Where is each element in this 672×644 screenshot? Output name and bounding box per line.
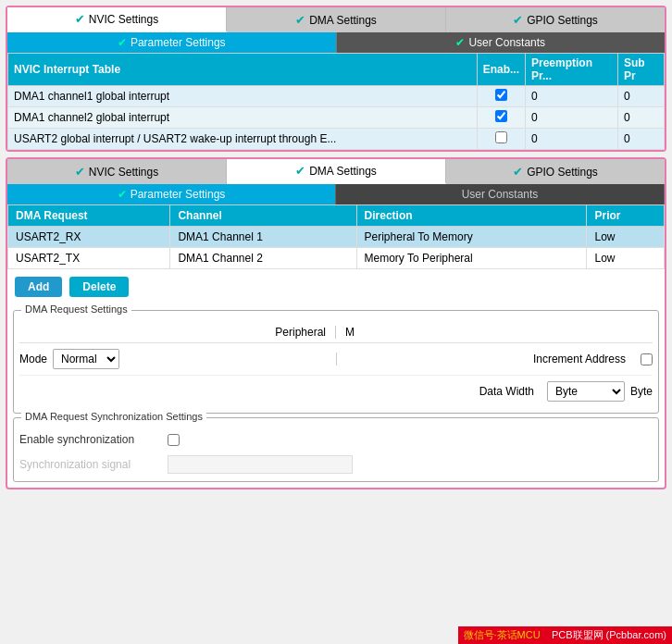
watermark: 微信号·茶话MCU PCB联盟网 (Pcbbar.com) [458, 626, 672, 644]
tab-gpio-settings-1[interactable]: ✔ GPIO Settings [446, 7, 665, 32]
gpio-check-icon-2: ✔ [513, 165, 523, 179]
panel1-tab-bar: ✔ NVIC Settings ✔ DMA Settings ✔ GPIO Se… [7, 7, 665, 32]
increment-address-right: Increment Address [336, 353, 653, 365]
mode-label: Mode [19, 353, 47, 365]
panel2-tab-bar: ✔ NVIC Settings ✔ DMA Settings ✔ GPIO Se… [7, 159, 665, 184]
subtab-user-2[interactable]: User Constants [336, 184, 665, 204]
dma-col-direction: Direction [356, 205, 587, 227]
nvic-row2-checkbox[interactable] [495, 110, 507, 122]
peripheral-label: Peripheral [275, 326, 326, 339]
nvic-col-enable: Enab... [477, 54, 525, 86]
dma-row2-channel: DMA1 Channel 2 [170, 248, 356, 269]
nvic-row1-sub: 0 [618, 86, 665, 107]
tab-nvic-label-1: NVIC Settings [89, 13, 158, 26]
increment-address-label: Increment Address [346, 353, 633, 365]
action-buttons: Add Delete [7, 269, 665, 304]
peripheral-header: Peripheral [19, 326, 336, 339]
tab-dma-label-2: DMA Settings [309, 165, 377, 178]
nvic-row1-checkbox[interactable] [495, 89, 507, 101]
dma-row2-direction: Memory To Peripheral [356, 248, 587, 269]
dma-check-icon-1: ✔ [295, 13, 305, 27]
sync-signal-row: Synchronization signal [19, 453, 653, 476]
tab-dma-settings-1[interactable]: ✔ DMA Settings [227, 7, 446, 32]
dma-row2-request: USART2_TX [8, 248, 170, 269]
gpio-check-icon-1: ✔ [513, 13, 523, 27]
nvic-col-sub: Sub Pr [618, 54, 665, 86]
enable-sync-checkbox[interactable] [168, 434, 180, 446]
data-width-label: Data Width [345, 385, 541, 398]
dma-request-settings-label: DMA Request Settings [21, 303, 131, 315]
memory-header: M [336, 326, 653, 339]
dma-check-icon-2: ✔ [295, 164, 305, 178]
dma-row2-priority: Low [587, 248, 665, 269]
dma-request-settings-group: DMA Request Settings Peripheral M Mode N… [13, 310, 659, 414]
increment-address-checkbox[interactable] [641, 353, 653, 365]
dma-col-request: DMA Request [8, 205, 170, 227]
dma-col-priority: Prior [587, 205, 665, 227]
panel1-subtab-bar: ✔ Parameter Settings ✔ User Constants [7, 32, 665, 53]
mode-select[interactable]: Normal Circular [53, 349, 119, 369]
dma-request-table: DMA Request Channel Direction Prior USAR… [7, 204, 665, 269]
add-button[interactable]: Add [15, 277, 62, 297]
data-width-right: Data Width Byte Half Word Word Byte [336, 381, 653, 402]
dma-sync-settings-group: DMA Request Synchronization Settings Ena… [13, 417, 659, 482]
user-check-icon-1: ✔ [455, 36, 465, 49]
nvic-check-icon-2: ✔ [75, 165, 85, 179]
nvic-row2-preemption: 0 [526, 107, 618, 129]
dma-row1-direction: Peripheral To Memory [356, 227, 587, 248]
sync-inner: Enable synchronization Synchronization s… [19, 431, 653, 476]
tab-gpio-label-1: GPIO Settings [527, 14, 598, 27]
nvic-check-icon-1: ✔ [75, 12, 85, 26]
tab-nvic-settings-1[interactable]: ✔ NVIC Settings [7, 7, 227, 32]
table-row: DMA1 channel1 global interrupt 0 0 [8, 86, 665, 107]
subtab-user-label-2: User Constants [462, 188, 539, 201]
subtab-param-2[interactable]: ✔ Parameter Settings [7, 184, 336, 204]
nvic-col-name: NVIC Interrupt Table [8, 54, 478, 86]
subtab-param-label-1: Parameter Settings [131, 36, 226, 49]
memory-label: M [345, 326, 355, 339]
table-row[interactable]: USART2_RX DMA1 Channel 1 Peripheral To M… [8, 227, 665, 248]
mode-row: Mode Normal Circular Increment Address [19, 343, 653, 376]
subtab-user-1[interactable]: ✔ User Constants [337, 32, 666, 53]
nvic-interrupt-table: NVIC Interrupt Table Enab... Preemption … [7, 53, 665, 150]
tab-nvic-label-2: NVIC Settings [89, 166, 158, 179]
nvic-row3-enable[interactable] [477, 129, 525, 150]
data-width-right-value: Byte [630, 385, 653, 398]
tab-dma-settings-2[interactable]: ✔ DMA Settings [227, 159, 446, 184]
subtab-param-label-2: Parameter Settings [131, 188, 226, 201]
data-width-row: Data Width Byte Half Word Word Byte [19, 376, 653, 407]
table-row[interactable]: USART2_TX DMA1 Channel 2 Memory To Perip… [8, 248, 665, 269]
nvic-row3-sub: 0 [618, 129, 665, 150]
panel2-subtab-bar: ✔ Parameter Settings User Constants [7, 184, 665, 204]
enable-sync-row: Enable synchronization [19, 431, 653, 448]
subtab-param-1[interactable]: ✔ Parameter Settings [7, 32, 337, 53]
tab-nvic-settings-2[interactable]: ✔ NVIC Settings [7, 159, 227, 184]
dma-row1-request: USART2_RX [8, 227, 170, 248]
nvic-row3-name: USART2 global interrupt / USART2 wake-up… [8, 129, 478, 150]
tab-gpio-settings-2[interactable]: ✔ GPIO Settings [446, 159, 665, 184]
nvic-col-preemption: Preemption Pr... [526, 54, 618, 86]
nvic-row2-enable[interactable] [477, 107, 525, 129]
sync-signal-input[interactable] [168, 455, 353, 474]
table-row: USART2 global interrupt / USART2 wake-up… [8, 129, 665, 150]
sync-signal-label: Synchronization signal [19, 458, 168, 471]
settings-column-headers: Peripheral M [19, 326, 653, 343]
nvic-row1-enable[interactable] [477, 86, 525, 107]
enable-sync-label: Enable synchronization [19, 433, 168, 446]
watermark-text: 微信号·茶话MCU PCB联盟网 (Pcbbar.com) [464, 629, 666, 640]
dma-col-channel: Channel [170, 205, 356, 227]
param-check-icon-2: ✔ [118, 188, 127, 201]
table-row: DMA1 channel2 global interrupt 0 0 [8, 107, 665, 129]
dma-panel: ✔ NVIC Settings ✔ DMA Settings ✔ GPIO Se… [6, 157, 666, 489]
nvic-panel: ✔ NVIC Settings ✔ DMA Settings ✔ GPIO Se… [6, 6, 666, 152]
dma-row1-channel: DMA1 Channel 1 [170, 227, 356, 248]
dma-row1-priority: Low [587, 227, 665, 248]
sync-settings-label: DMA Request Synchronization Settings [21, 411, 206, 422]
delete-button[interactable]: Delete [69, 277, 129, 297]
nvic-row3-checkbox[interactable] [495, 131, 507, 143]
nvic-row2-sub: 0 [618, 107, 665, 129]
tab-gpio-label-2: GPIO Settings [527, 166, 598, 179]
param-check-icon-1: ✔ [118, 36, 127, 49]
nvic-row2-name: DMA1 channel2 global interrupt [8, 107, 478, 129]
data-width-select[interactable]: Byte Half Word Word [547, 381, 625, 402]
